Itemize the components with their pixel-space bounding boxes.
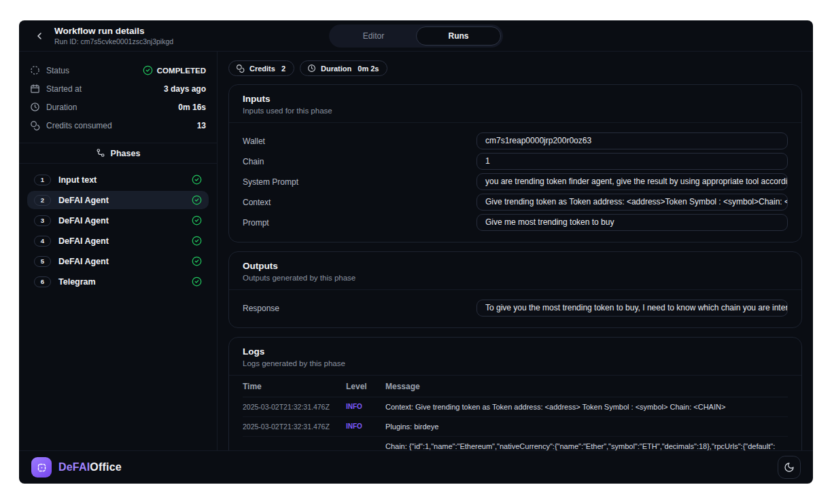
stat-label: Credits consumed <box>46 121 112 130</box>
phase-item-5[interactable]: 5 DeFAI Agent <box>27 252 209 270</box>
app-logo <box>31 457 52 478</box>
inputs-card: Inputs Inputs used for this phase Wallet… <box>228 84 802 242</box>
phase-item-6[interactable]: 6 Telegram <box>27 272 209 291</box>
run-sidebar: Status COMPLETED Started at 3 days ago <box>19 52 218 450</box>
workflow-icon <box>96 148 106 158</box>
clock-icon <box>307 64 316 73</box>
log-row: 2025-03-02T21:32:32.038Z INFO Chain: {"i… <box>243 437 788 450</box>
log-message: Plugins: birdeye <box>385 422 788 431</box>
duration-value: 0m 16s <box>178 103 206 112</box>
input-row-chain: Chain 1 <box>243 151 788 171</box>
check-circle-icon <box>143 65 153 75</box>
logs-subtitle: Logs generated by this phase <box>243 359 788 367</box>
log-row: 2025-03-02T21:32:31.476Z INFO Context: G… <box>243 397 788 417</box>
badge-value: 2 <box>281 65 285 73</box>
check-circle-icon <box>192 276 202 287</box>
stat-label: Status <box>46 66 69 75</box>
stat-label: Duration <box>46 103 77 112</box>
duration-badge: Duration 0m 2s <box>300 60 387 76</box>
phase-label: DeFAI Agent <box>58 196 109 205</box>
logs-col-level: Level <box>346 382 385 391</box>
field-label: Response <box>243 304 476 313</box>
brand-primary: DeFAI <box>58 461 90 473</box>
view-tabs: Editor Runs <box>329 24 503 48</box>
started-at-value: 3 days ago <box>164 84 206 94</box>
logs-card-header: Logs Logs generated by this phase <box>229 338 801 376</box>
theme-toggle-button[interactable] <box>778 456 801 479</box>
phase-number: 1 <box>34 175 51 185</box>
credits-value: 13 <box>197 121 206 130</box>
log-level: INFO <box>346 402 385 410</box>
check-circle-icon <box>192 175 202 185</box>
check-circle-icon <box>192 215 202 226</box>
phase-badges: Credits 2 Duration 0m 2s <box>228 60 802 76</box>
phase-label: DeFAI Agent <box>58 257 109 266</box>
back-button[interactable] <box>31 28 48 44</box>
stat-duration: Duration 0m 16s <box>30 98 206 116</box>
output-row-response: Response To give you the most trending t… <box>243 298 788 318</box>
system-prompt-field[interactable]: you are trending token finder agent, giv… <box>476 173 788 190</box>
check-circle-icon <box>192 195 202 205</box>
phase-list: 1 Input text 2 DeFAI Agent 3 DeFAI Agent… <box>19 164 217 298</box>
phase-item-2[interactable]: 2 DeFAI Agent <box>27 191 209 209</box>
page-title: Workflow run details <box>54 26 173 36</box>
inputs-subtitle: Inputs used for this phase <box>243 107 788 115</box>
inputs-card-header: Inputs Inputs used for this phase <box>229 85 801 123</box>
phase-label: DeFAI Agent <box>58 216 109 226</box>
log-message: Context: Give trending token as Token ad… <box>385 402 788 412</box>
stat-credits: Credits consumed 13 <box>30 116 206 134</box>
brand-secondary: Office <box>90 461 122 473</box>
context-field[interactable]: Give trending token as Token address: <a… <box>476 194 788 211</box>
input-row-context: Context Give trending token as Token add… <box>243 192 788 212</box>
field-label: Context <box>243 198 476 207</box>
header-titles: Workflow run details Run ID: cm7s5cvke00… <box>54 26 173 46</box>
outputs-card-header: Outputs Outputs generated by this phase <box>229 252 801 290</box>
phase-label: Telegram <box>58 277 96 287</box>
phases-title: Phases <box>111 149 141 158</box>
chain-field[interactable]: 1 <box>476 153 788 170</box>
brand-name: DeFAIOffice <box>58 461 122 473</box>
coins-icon <box>236 64 245 73</box>
badge-label: Duration <box>321 65 351 73</box>
response-field[interactable]: To give you the most trending token to b… <box>476 300 788 317</box>
phase-number: 3 <box>34 215 51 226</box>
phase-number: 2 <box>34 195 51 206</box>
run-stats: Status COMPLETED Started at 3 days ago <box>19 52 217 143</box>
wallet-field[interactable]: cm7s1reap0000jrp200r0oz63 <box>476 132 788 149</box>
phase-item-1[interactable]: 1 Input text <box>27 170 209 189</box>
logs-col-time: Time <box>243 382 346 391</box>
phase-label: DeFAI Agent <box>58 236 109 246</box>
status-badge: COMPLETED <box>143 65 206 75</box>
scan-icon <box>37 463 47 473</box>
run-id: Run ID: cm7s5cvke0001zsc3nj3pikgd <box>54 37 173 46</box>
status-value: COMPLETED <box>157 67 206 75</box>
stat-status: Status COMPLETED <box>30 61 206 79</box>
phase-item-4[interactable]: 4 DeFAI Agent <box>27 232 209 250</box>
phase-details-panel: Credits 2 Duration 0m 2s Inputs Inputs u… <box>218 52 813 450</box>
logs-card: Logs Logs generated by this phase Time L… <box>228 337 802 450</box>
field-label: Wallet <box>243 137 476 146</box>
credits-badge: Credits 2 <box>228 60 294 76</box>
field-label: System Prompt <box>243 177 476 187</box>
log-time: 2025-03-02T21:32:31.476Z <box>243 402 346 411</box>
input-row-system-prompt: System Prompt you are trending token fin… <box>243 172 788 192</box>
tab-editor[interactable]: Editor <box>331 26 416 46</box>
prompt-field[interactable]: Give me most trending token to buy <box>476 214 788 231</box>
phases-header: Phases <box>19 143 217 164</box>
calendar-icon <box>30 84 40 94</box>
inputs-title: Inputs <box>243 94 788 104</box>
footer-bar: DeFAIOffice <box>19 450 813 484</box>
clock-icon <box>30 102 40 112</box>
stat-started-at: Started at 3 days ago <box>30 79 206 98</box>
outputs-card: Outputs Outputs generated by this phase … <box>228 251 802 328</box>
badge-label: Credits <box>249 65 275 73</box>
tab-runs[interactable]: Runs <box>416 26 501 46</box>
field-label: Chain <box>243 157 476 166</box>
stat-label: Started at <box>46 84 82 94</box>
outputs-title: Outputs <box>243 261 788 271</box>
check-circle-icon <box>192 256 202 266</box>
badge-value: 0m 2s <box>358 65 379 73</box>
phase-item-3[interactable]: 3 DeFAI Agent <box>27 211 209 230</box>
chevron-left-icon <box>34 31 45 41</box>
phase-number: 4 <box>34 236 51 247</box>
